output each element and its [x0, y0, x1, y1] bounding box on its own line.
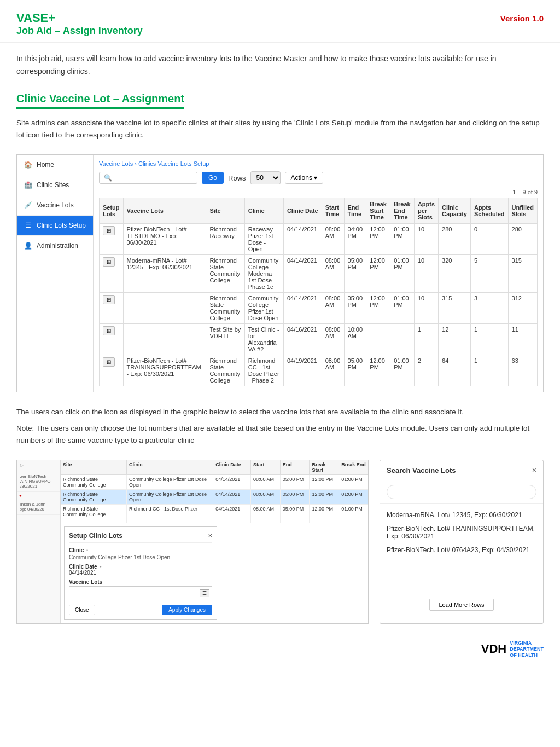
setup-lots-button[interactable]: ⊞ [103, 357, 115, 367]
col-appts-slots: ApptsperSlots [414, 198, 438, 224]
vaccine-search-input[interactable] [387, 485, 536, 499]
sidebar-item-administration[interactable]: 👤 Administration [17, 236, 93, 256]
setup-lots-button[interactable]: ⊞ [103, 226, 115, 235]
cell-setup-btn[interactable]: ⊞ [100, 324, 124, 355]
cell-break-start: 12:00 PM [366, 255, 390, 293]
modal-date-label-area: Clinic Date * 04/14/2021 [69, 564, 102, 576]
mini-sidebar-item-3: inson & Johnxp: 04/30/20 [17, 499, 60, 515]
title-line1: VASE+ [16, 11, 544, 25]
clinic-icon: 🏥 [24, 181, 32, 189]
mini-sidebar-item-1: ▷ [17, 460, 60, 471]
modal-title: Setup Clinic Lots [69, 532, 122, 540]
col-clinic: Clinic [244, 198, 283, 224]
cell-setup-btn[interactable]: ⊞ [100, 255, 124, 293]
load-more-area: Load More Rows [380, 594, 543, 615]
cell-start-time: 08:00 AM [322, 224, 344, 255]
cell-site: Richmond State Community College [206, 255, 244, 293]
cell-capacity: 12 [439, 324, 471, 355]
load-more-button[interactable]: Load More Rows [429, 599, 493, 611]
cell-break-start [366, 324, 390, 355]
mini-table-area: Site Clinic Clinic Date Start End Break … [61, 460, 368, 623]
cell-capacity: 315 [439, 293, 471, 324]
sidebar-item-clinic-lots-setup[interactable]: ☰ Clinic Lots Setup [17, 216, 93, 236]
cell-appts-sched: 3 [470, 293, 508, 324]
cell-vaccine-lot: Pfizer-BioNTech - Lot# TRAININGSUPPORTTE… [123, 355, 206, 386]
search-box[interactable]: 🔍 [99, 172, 197, 184]
go-button[interactable]: Go [202, 172, 224, 184]
cell-unfilled: 280 [508, 224, 537, 255]
cell-break-end: 01:00 PM [390, 355, 415, 386]
table-row: ⊞ Pfizer-BioNTech - Lot# TESTDEMO - Exp:… [100, 224, 538, 255]
desc2: The users can click on the icon as displ… [0, 398, 560, 454]
vdh-dept-line2: DEPARTMENT [510, 646, 544, 652]
mini-table-row-3: Richmond State Community College Richmon… [61, 505, 368, 519]
setup-lots-button[interactable]: ⊞ [103, 295, 115, 304]
cell-setup-btn[interactable]: ⊞ [100, 293, 124, 324]
sidebar-item-vaccine-lots[interactable]: 💉 Vaccine Lots [17, 195, 93, 216]
modal-close-button[interactable]: Close [69, 605, 95, 615]
vdh-dept-line1: VIRGINIA [510, 640, 544, 646]
actions-button[interactable]: Actions ▾ [285, 172, 324, 184]
cell-clinic: Community College Moderna 1st Dose Phase… [244, 255, 283, 293]
search-result-1[interactable]: Moderna-mRNA. Lot# 12345, Exp: 06/30/202… [387, 508, 536, 522]
cell-start-time: 08:00 AM [322, 255, 344, 293]
col-clinic-date: Clinic Date [283, 198, 322, 224]
sidebar-item-home[interactable]: 🏠 Home [17, 155, 93, 175]
pagination: 1 – 9 of 9 [99, 189, 538, 195]
sidebar-item-clinic-sites[interactable]: 🏥 Clinic Sites [17, 175, 93, 195]
cell-clinic: Raceway Pfizer 1st Dose - Open [244, 224, 283, 255]
col-end-time: EndTime [344, 198, 366, 224]
cell-capacity: 64 [439, 355, 471, 386]
search-input[interactable] [114, 174, 192, 182]
modal-date-field: Clinic Date * 04/14/2021 [69, 564, 212, 576]
table-row: ⊞ Test Site by VDH IT Test Clinic -for A… [100, 324, 538, 355]
cell-start-time: 08:00 AM [322, 324, 344, 355]
setup-lots-button[interactable]: ⊞ [103, 326, 115, 335]
search-icon: 🔍 [104, 174, 112, 182]
table-row: ⊞ Moderna-mRNA - Lot# 12345 - Exp: 06/30… [100, 255, 538, 293]
cell-setup-btn[interactable]: ⊞ [100, 224, 124, 255]
modal-apply-button[interactable]: Apply Changes [162, 605, 212, 615]
cell-break-start: 12:00 PM [366, 355, 390, 386]
col-start-time: StartTime [322, 198, 344, 224]
search-vaccine-lots-panel: Search Vaccine Lots × Moderna-mRNA. Lot#… [380, 460, 544, 624]
cell-vaccine-lot [123, 293, 206, 324]
search-panel-title: Search Vaccine Lots [387, 466, 456, 474]
modal-close-x[interactable]: × [208, 531, 212, 540]
search-panel-close[interactable]: × [532, 466, 536, 474]
cell-clinic: Test Clinic -for Alexandria VA #2 [244, 324, 283, 355]
search-result-3[interactable]: Pfizer-BioNTech. Lot# 0764A23, Exp: 04/3… [387, 543, 536, 557]
col-capacity: ClinicCapacity [439, 198, 471, 224]
admin-icon: 👤 [24, 241, 32, 250]
toolbar: 🔍 Go Rows 50 25 100 Actions ▾ [99, 171, 538, 184]
left-panel: ▷ zer-BioNTechAININGSUPPO/30/2021 ● inso… [16, 460, 369, 624]
cell-vaccine-lot [123, 324, 206, 355]
cell-site: Richmond Raceway [206, 224, 244, 255]
search-input-row[interactable] [380, 480, 543, 504]
cell-start-time: 08:00 AM [322, 293, 344, 324]
vaccine-lots-input[interactable]: ☰ [69, 586, 212, 600]
vaccine-lots-select-icon[interactable]: ☰ [200, 589, 209, 597]
cell-break-end: 01:00 PM [390, 293, 415, 324]
cell-end-time: 05:00 PM [344, 293, 366, 324]
col-break-start: BreakStartTime [366, 198, 390, 224]
grid-icon: ⊞ [107, 359, 111, 365]
cell-capacity: 280 [439, 224, 471, 255]
setup-lots-button[interactable]: ⊞ [103, 257, 115, 267]
vdh-text: VDH [481, 642, 506, 656]
mini-sidebar-item-2: zer-BioNTechAININGSUPPO/30/2021 [17, 471, 60, 492]
rows-select[interactable]: 50 25 100 [250, 171, 281, 184]
cell-site: Richmond State Community College [206, 293, 244, 324]
col-vaccine-lots: Vaccine Lots [123, 198, 206, 224]
cell-unfilled: 312 [508, 293, 537, 324]
table-row: ⊞ Pfizer-BioNTech - Lot# TRAININGSUPPORT… [100, 355, 538, 386]
cell-setup-btn[interactable]: ⊞ [100, 355, 124, 386]
setup-clinic-lots-modal: Setup Clinic Lots × Clinic * Community C… [64, 526, 217, 620]
section-heading: Clinic Vaccine Lot – Assignment [16, 92, 184, 109]
search-result-2[interactable]: Pfizer-BioNTech. Lot# TRAININGSUPPORTTEA… [387, 522, 536, 543]
panels-container: ▷ zer-BioNTechAININGSUPPO/30/2021 ● inso… [16, 460, 544, 624]
mini-table-header: Site Clinic Clinic Date Start End Break … [61, 460, 368, 475]
cell-date: 04/14/2021 [283, 255, 322, 293]
cell-unfilled: 63 [508, 355, 537, 386]
cell-start-time: 08:00 AM [322, 355, 344, 386]
